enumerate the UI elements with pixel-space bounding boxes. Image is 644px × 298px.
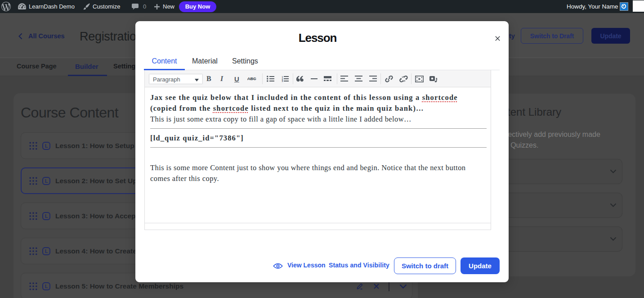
svg-text:3: 3 xyxy=(282,80,283,82)
